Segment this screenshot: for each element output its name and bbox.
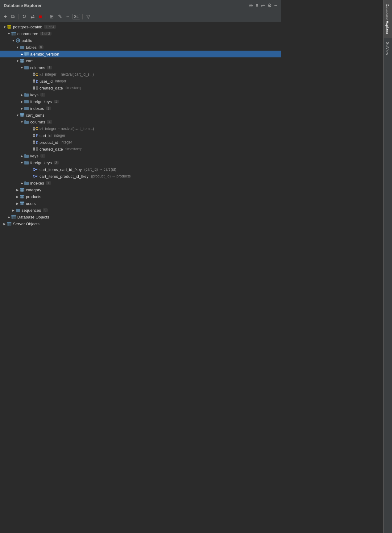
refresh-button[interactable]: ↻ (21, 13, 28, 20)
chevron-cart-fkeys[interactable]: ▶ (20, 100, 24, 103)
minimize-icon[interactable]: − (274, 3, 277, 8)
table-icon-products (20, 194, 25, 199)
tree-item-cart-id[interactable]: id integer = nextval('cart_id_s...) (0, 71, 281, 78)
chevron-cart-items-fkeys[interactable]: ▼ (20, 161, 24, 164)
tree-item-users[interactable]: ▶ users (0, 200, 281, 207)
tree-item-public[interactable]: ▼ public (0, 37, 281, 44)
stop-button[interactable]: ■ (37, 13, 43, 20)
tree-item-cart-items-cart-id[interactable]: cart_id integer (0, 132, 281, 139)
chevron-sequences[interactable]: ▶ (11, 209, 15, 212)
tree-item-cart-items-cart-id-fkey[interactable]: cart_items_cart_id_fkey (cart_id) → cart… (0, 166, 281, 173)
svg-point-73 (33, 175, 35, 177)
chevron-postgres-localdb[interactable]: ▼ (2, 25, 7, 29)
tree-item-sequences[interactable]: ▶ sequences 5 (0, 207, 281, 214)
tree-item-cart-items-indexes[interactable]: ▶ indexes 1 (0, 180, 281, 186)
svg-rect-64 (33, 148, 35, 149)
tree-item-products[interactable]: ▶ products (0, 193, 281, 200)
cart-items-created-date-type: timestamp (65, 147, 82, 151)
grid-button[interactable]: ⊞ (48, 13, 55, 20)
jump-button[interactable]: ⌁ (65, 13, 71, 20)
cart-items-indexes-badge: 1 (46, 181, 51, 185)
chevron-cart-indexes[interactable]: ▶ (20, 107, 24, 110)
tree-item-cart-items-created-date[interactable]: created_date timestamp (0, 146, 281, 152)
tree-item-tables[interactable]: ▼ tables 6 (0, 44, 281, 51)
tree-container[interactable]: ▼ postgres-localdb 1 of 4 ▼ ecommerce 1 … (0, 22, 281, 533)
tree-item-cart-items-columns[interactable]: ▼ columns 4 (0, 119, 281, 125)
cart-user-id-label: user_id (39, 79, 53, 84)
chevron-cart-items-keys[interactable]: ▶ (20, 154, 24, 158)
cart-items-product-id-type: integer (61, 140, 72, 144)
chevron-category[interactable]: ▶ (15, 188, 20, 192)
add-connection-icon[interactable]: ⊕ (249, 2, 253, 8)
fk-icon-cart-id-fkey (33, 167, 38, 172)
tree-item-postgres-localdb[interactable]: ▼ postgres-localdb 1 of 4 (0, 23, 281, 30)
public-schema-icon (15, 38, 20, 43)
settings-icon[interactable]: ⚙ (267, 2, 272, 8)
tree-item-cart-fkeys[interactable]: ▶ foreign keys 1 (0, 98, 281, 105)
chevron-cart[interactable]: ▼ (15, 59, 20, 63)
public-label: public (22, 38, 32, 43)
fk-column-icon-cart-user-id (33, 79, 38, 84)
folder-icon-tables (20, 45, 25, 50)
chevron-products[interactable]: ▶ (15, 195, 20, 198)
svg-rect-98 (11, 215, 16, 216)
svg-rect-63 (33, 147, 35, 151)
collapse-icon[interactable]: ≡ (255, 3, 258, 8)
window-title: Database Explorer (4, 3, 42, 8)
cart-created-date-label: created_date (39, 86, 63, 90)
tree-item-cart-items-id[interactable]: id integer = nextval('cart_item...) (0, 125, 281, 132)
filter-button[interactable]: ▽ (85, 13, 92, 20)
svg-rect-23 (33, 73, 35, 76)
schema-icon-db-objects (11, 214, 16, 219)
chevron-users[interactable]: ▶ (15, 202, 20, 205)
tree-item-cart-items-keys[interactable]: ▶ keys 1 (0, 152, 281, 159)
tree-item-cart-items[interactable]: ▼ cart_items (0, 112, 281, 119)
chevron-cart-items-indexes[interactable]: ▶ (20, 181, 24, 185)
svg-rect-46 (33, 127, 35, 128)
folder-icon-cart-keys (24, 92, 29, 97)
tree-item-cart-items-product-id[interactable]: product_id integer (0, 139, 281, 146)
copy-button[interactable]: ⧉ (10, 13, 16, 20)
chevron-public[interactable]: ▼ (11, 39, 15, 42)
cart-indexes-label: indexes (30, 106, 44, 111)
tab-database-explorer[interactable]: Database Explorer (384, 0, 392, 38)
gl-button[interactable]: GL (72, 14, 80, 19)
tree-item-cart-items-fkeys[interactable]: ▼ foreign keys 2 (0, 159, 281, 166)
cart-columns-badge: 3 (47, 66, 52, 69)
tree-item-cart-user-id[interactable]: user_id integer (0, 78, 281, 85)
tree-item-database-objects[interactable]: ▶ Database Objects (0, 214, 281, 220)
chevron-ecommerce[interactable]: ▼ (7, 32, 11, 35)
svg-point-60 (36, 141, 38, 143)
chevron-database-objects[interactable]: ▶ (7, 215, 11, 219)
cart-items-product-id-fkey-label: cart_items_product_id_fkey (39, 174, 89, 179)
chevron-cart-items[interactable]: ▼ (15, 114, 20, 117)
svg-rect-51 (33, 134, 35, 137)
chevron-alembic-version[interactable]: ▶ (20, 52, 24, 56)
tree-item-cart[interactable]: ▼ cart (0, 57, 281, 64)
svg-rect-36 (33, 87, 35, 88)
tree-item-cart-columns[interactable]: ▼ columns 3 (0, 64, 281, 71)
edit-button[interactable]: ✎ (56, 13, 64, 20)
tree-item-cart-keys[interactable]: ▶ keys 1 (0, 91, 281, 98)
cart-items-id-default: = nextval('cart_item...) (58, 127, 94, 131)
chevron-cart-keys[interactable]: ▶ (20, 93, 24, 97)
cart-fkeys-badge: 1 (54, 100, 59, 103)
sync-button[interactable]: ⇄ (29, 13, 36, 20)
add-button[interactable]: + (2, 13, 8, 20)
tree-item-alembic-version[interactable]: ▶ alembic_version (0, 51, 281, 57)
tree-item-ecommerce[interactable]: ▼ ecommerce 1 of 3 (0, 30, 281, 37)
chevron-tables[interactable]: ▼ (15, 46, 20, 49)
chevron-server-objects[interactable]: ▶ (2, 222, 7, 226)
tree-item-category[interactable]: ▶ category (0, 186, 281, 193)
tree-item-cart-created-date[interactable]: created_date timestamp (0, 85, 281, 91)
tree-item-cart-indexes[interactable]: ▶ indexes 1 (0, 105, 281, 112)
svg-rect-53 (33, 136, 35, 137)
chevron-cart-items-columns[interactable]: ▼ (20, 120, 24, 124)
tree-item-server-objects[interactable]: ▶ Server Objects (0, 220, 281, 227)
chevron-cart-columns[interactable]: ▼ (20, 66, 24, 69)
tree-item-cart-items-product-id-fkey[interactable]: cart_items_product_id_fkey (product_id) … (0, 173, 281, 180)
cart-items-id-label: id (39, 127, 43, 131)
expand-icon[interactable]: ⇌ (261, 2, 265, 8)
tab-sciview[interactable]: SciView (384, 38, 392, 59)
schema-icon (11, 31, 16, 36)
